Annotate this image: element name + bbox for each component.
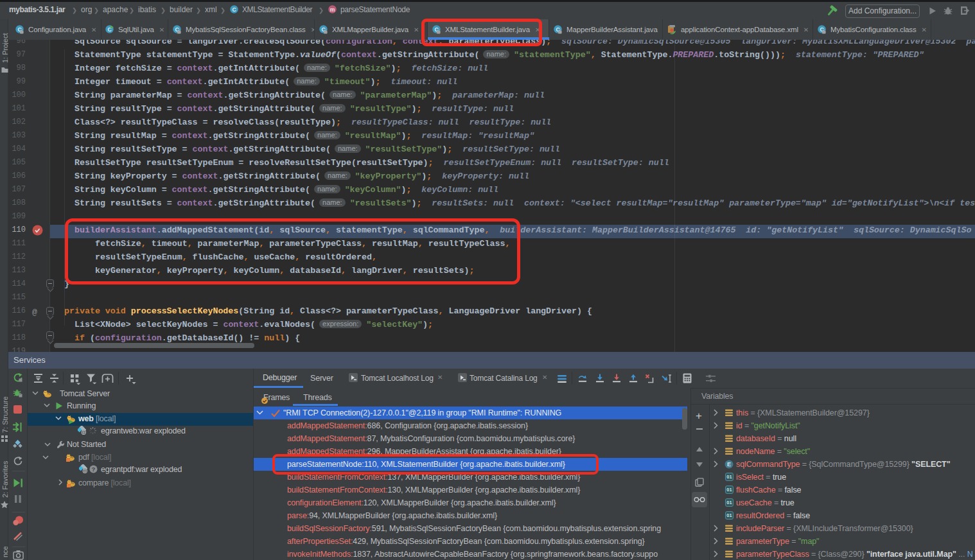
svg-text:?: ? xyxy=(92,466,96,473)
svg-text:m: m xyxy=(330,6,335,13)
svg-text:E: E xyxy=(727,461,731,468)
